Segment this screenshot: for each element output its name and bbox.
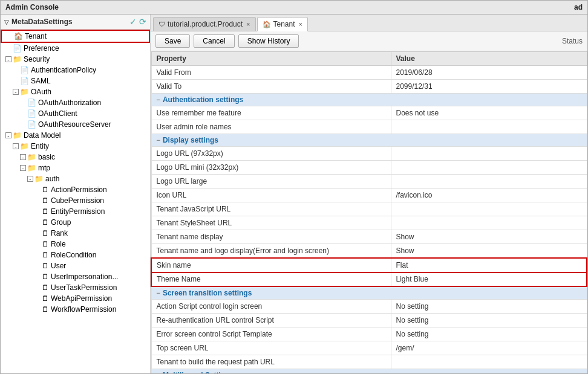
sidebar-item-datamodel[interactable]: -📁Data Model — [1, 130, 150, 141]
icon-role: 🗒 — [42, 240, 49, 248]
expander-mtp[interactable]: - — [20, 165, 27, 172]
sidebar-item-oauth[interactable]: -📁OAuth — [1, 86, 150, 97]
property-cell: Tenant name display — [151, 230, 391, 244]
value-cell: Show — [391, 230, 587, 244]
properties-table: Property Value Valid From2019/06/28Valid… — [151, 51, 587, 373]
section-header-cell: −Screen transition settings — [151, 286, 587, 300]
status-label: Status — [562, 37, 583, 45]
section-collapse-icon[interactable]: − — [157, 372, 160, 373]
icon-preference: 📄 — [13, 44, 22, 53]
expander-oauth[interactable]: - — [13, 89, 20, 95]
property-cell: User admin role names — [151, 120, 391, 134]
label-datamodel: Data Model — [24, 131, 60, 140]
table-row: −Multilingual Settings — [151, 369, 587, 374]
property-cell: Tenant JavaScript URL — [151, 202, 391, 216]
sidebar-item-actionpermission[interactable]: 🗒ActionPermission — [1, 184, 150, 195]
sidebar-item-usertaskpermission[interactable]: 🗒UserTaskPermission — [1, 282, 150, 293]
property-cell: Valid From — [151, 66, 391, 80]
sidebar-item-entitypermission[interactable]: 🗒EntityPermission — [1, 206, 150, 217]
sidebar-item-basic[interactable]: -📁basic — [1, 152, 150, 163]
sidebar-item-preference[interactable]: 📄Preference — [1, 43, 150, 54]
sidebar-item-auth-policy[interactable]: 📄AuthenticationPolicy — [1, 65, 150, 76]
sidebar-item-rank[interactable]: 🗒Rank — [1, 228, 150, 239]
section-collapse-icon[interactable]: − — [157, 137, 160, 144]
value-cell: Light Blue — [391, 272, 587, 287]
expander-basic[interactable]: - — [20, 154, 27, 161]
table-row: Valid From2019/06/28 — [151, 66, 587, 80]
app-window: Admin Console ad ▽ MetaDataSettings ✓ ⟳ … — [0, 0, 588, 374]
sidebar-item-user[interactable]: 🗒User — [1, 260, 150, 271]
sidebar-item-role[interactable]: 🗒Role — [1, 239, 150, 250]
tab-product[interactable]: 🛡tutorial.product.Product× — [153, 17, 256, 31]
expander-entity[interactable]: - — [13, 143, 20, 150]
table-row: Top screen URL/gem/ — [151, 341, 587, 355]
label-group: Group — [51, 218, 71, 227]
sidebar-item-oauthclient[interactable]: 📄OAuthClient — [1, 108, 150, 119]
label-role: Role — [51, 240, 66, 248]
sidebar-item-webapipermission[interactable]: 🗒WebApiPermission — [1, 293, 150, 304]
label-webapipermission: WebApiPermission — [51, 294, 112, 303]
tab-bar: 🛡tutorial.product.Product×🏠Tenant× — [151, 15, 587, 31]
section-collapse-icon[interactable]: − — [157, 96, 160, 103]
sidebar-item-userimpersonation[interactable]: 🗒UserImpersonation... — [1, 271, 150, 282]
sidebar-item-oauthauth[interactable]: 📄OAuthAuthorization — [1, 97, 150, 108]
table-area: Property Value Valid From2019/06/28Valid… — [151, 51, 587, 373]
property-cell: Theme Name — [151, 272, 391, 287]
label-mtp: mtp — [38, 164, 50, 172]
property-cell: Valid To — [151, 80, 391, 94]
table-row: Logo URL large — [151, 175, 587, 189]
sidebar-item-security[interactable]: -📁Security — [1, 54, 150, 65]
save-button[interactable]: Save — [155, 34, 190, 48]
sidebar-root-expander[interactable]: ▽ — [4, 19, 9, 25]
sidebar-item-cubepermission[interactable]: 🗒CubePermission — [1, 195, 150, 206]
icon-actionpermission: 🗒 — [42, 185, 49, 194]
sidebar-item-auth[interactable]: -📁auth — [1, 173, 150, 184]
expander-security[interactable]: - — [5, 56, 13, 63]
property-cell: Icon URL — [151, 189, 391, 202]
tab-label-tenant: Tenant — [273, 20, 295, 28]
table-row: Logo URL mini (32x32px) — [151, 161, 587, 175]
tab-tenant[interactable]: 🏠Tenant× — [257, 17, 308, 31]
table-row: Tenant name displayShow — [151, 230, 587, 244]
label-auth: auth — [45, 175, 59, 183]
icon-cubepermission: 🗒 — [42, 196, 49, 205]
check-icon[interactable]: ✓ — [129, 17, 137, 27]
sidebar-item-rolecondition[interactable]: 🗒RoleCondition — [1, 250, 150, 260]
show-history-button[interactable]: Show History — [238, 34, 299, 48]
sidebar-item-mtp[interactable]: -📁mtp — [1, 163, 150, 173]
sidebar-item-saml[interactable]: 📄SAML — [1, 76, 150, 86]
section-collapse-icon[interactable]: − — [157, 289, 160, 297]
label-user: User — [51, 262, 66, 270]
label-actionpermission: ActionPermission — [51, 185, 107, 194]
sidebar-item-workflowpermission[interactable]: 🗒WorkflowPermission — [1, 304, 150, 315]
expander-auth[interactable]: - — [27, 176, 34, 182]
icon-rolecondition: 🗒 — [42, 251, 49, 259]
table-row: −Display settings — [151, 134, 587, 147]
sidebar-item-oauthresource[interactable]: 📄OAuthResourceServer — [1, 119, 150, 130]
label-security: Security — [24, 55, 50, 63]
table-row: Tenant to build the request path URL — [151, 355, 587, 369]
icon-entitypermission: 🗒 — [42, 207, 49, 216]
sidebar-item-tenant[interactable]: 🏠Tenant — [1, 30, 150, 43]
icon-oauthclient: 📄 — [27, 109, 36, 118]
sidebar-item-group[interactable]: 🗒Group — [1, 217, 150, 228]
cancel-button[interactable]: Cancel — [194, 34, 234, 48]
sidebar-item-entity[interactable]: -📁Entity — [1, 141, 150, 152]
property-cell: Action Script control login screen — [151, 300, 391, 314]
value-cell — [391, 175, 587, 189]
icon-tenant: 🏠 — [14, 32, 23, 40]
tab-close-tenant[interactable]: × — [299, 21, 302, 28]
content-area: 🛡tutorial.product.Product×🏠Tenant× Save … — [151, 15, 587, 373]
label-oauthclient: OAuthClient — [38, 109, 77, 118]
label-preference: Preference — [24, 44, 59, 53]
refresh-icon[interactable]: ⟳ — [139, 17, 146, 27]
label-rolecondition: RoleCondition — [51, 251, 96, 259]
tab-close-product[interactable]: × — [246, 21, 250, 28]
section-header-cell: −Authentication settings — [151, 94, 587, 106]
value-cell: /gem/ — [391, 341, 587, 355]
table-row: Tenant JavaScript URL — [151, 202, 587, 216]
expander-datamodel[interactable]: - — [5, 132, 13, 139]
icon-mtp: 📁 — [27, 164, 36, 172]
col-header-property: Property — [151, 52, 391, 66]
icon-group: 🗒 — [42, 218, 49, 227]
